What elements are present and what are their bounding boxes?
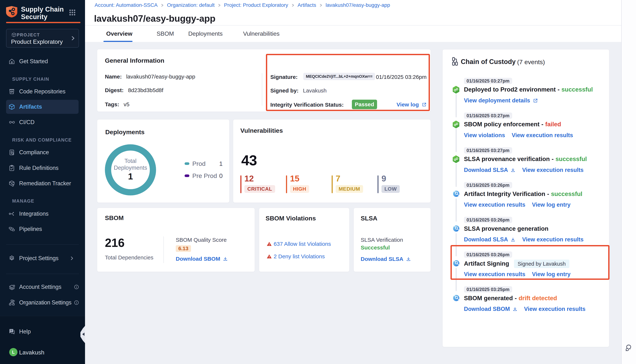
sidebar-item-project-settings[interactable]: Project Settings: [0, 252, 85, 265]
tags-label: Tags:: [105, 101, 119, 107]
artifact-digest-row: Digest:8d23bd3b5d8f: [105, 87, 163, 94]
sidebar-item-remediation-tracker[interactable]: Remediation Tracker: [0, 177, 85, 190]
ssca-event-icon: [453, 260, 460, 266]
sidebar-item-help[interactable]: ? Help: [0, 325, 85, 338]
signed-by-row: Signed by:Lavakush: [270, 88, 327, 94]
sidebar-item-label: Rule Definitions: [19, 165, 59, 171]
sidebar-item-label: Artifacts: [19, 104, 42, 110]
tab-vulnerabilities[interactable]: Vulnerabilities: [243, 30, 279, 37]
allow-list-violations-link[interactable]: 637 Allow list Violations: [274, 241, 331, 247]
tab-sbom[interactable]: SBOM: [157, 30, 174, 37]
sbom-quality-label: SBOM Quality Score: [176, 237, 227, 243]
sidebar-item-label: Compliance: [19, 149, 49, 156]
view-execution-results-link[interactable]: View execution results: [522, 167, 583, 173]
breadcrumb-organization[interactable]: Organization: default: [167, 2, 215, 8]
sbom-quality-score-badge: 6.13: [176, 245, 191, 252]
info-icon[interactable]: [74, 300, 79, 305]
sidebar-item-compliance[interactable]: Compliance: [0, 146, 85, 159]
timeline-connector: [456, 129, 456, 152]
event-title: SLSA provenance generation: [464, 225, 548, 232]
event-timestamp: 01/16/2025 03:27pm: [464, 78, 512, 84]
general-info-divider: [262, 73, 262, 106]
view-log-link[interactable]: View log: [397, 102, 419, 108]
external-link-icon: [422, 102, 427, 107]
download-icon: [510, 237, 515, 242]
sidebar-item-pipelines[interactable]: Pipelines: [0, 222, 85, 236]
project-selector[interactable]: PROJECT Product Exploratory: [6, 29, 79, 48]
view-deployment-details-link[interactable]: View deployment details: [464, 97, 530, 104]
critical-badge: CRITICAL: [244, 185, 275, 193]
legend-preprod-swatch: [185, 174, 189, 177]
medium-count: 7: [336, 174, 341, 183]
sbom-total-label: Total Dependencies: [105, 254, 153, 261]
sidebar-item-account-settings[interactable]: Account Settings: [0, 280, 85, 294]
view-log-entry-link[interactable]: View log entry: [532, 202, 571, 208]
event-status: successful: [555, 156, 587, 162]
user-avatar[interactable]: L: [9, 348, 18, 356]
sidebar-item-get-started[interactable]: Get Started: [0, 55, 85, 68]
sidebar-item-artifacts[interactable]: Artifacts: [0, 100, 85, 114]
download-sbom-link[interactable]: Download SBOM: [176, 256, 220, 262]
critical-count: 12: [244, 174, 254, 183]
sidebar-item-label: Help: [19, 328, 31, 335]
info-icon[interactable]: [74, 284, 79, 290]
tab-overview[interactable]: Overview: [106, 30, 132, 37]
sidebar-item-code-repositories[interactable]: Code Repositories: [0, 85, 85, 98]
event-title: Artifact Integrity Verification-successf…: [464, 190, 582, 198]
integrations-icon: [9, 210, 15, 217]
artifacts-cube-icon: [9, 104, 15, 110]
warning-triangle-icon: [267, 254, 272, 259]
tab-deployments[interactable]: Deployments: [188, 30, 223, 37]
view-violations-link[interactable]: View violations: [464, 132, 505, 138]
event-title: SLSA provenance verification-successful: [464, 155, 587, 163]
view-log-entry-link[interactable]: View log entry: [532, 271, 571, 278]
download-slsa-link[interactable]: Download SLSA: [464, 167, 508, 173]
chat-support-icon[interactable]: [625, 344, 633, 352]
download-icon: [512, 307, 517, 312]
view-execution-results-link[interactable]: View execution results: [512, 132, 573, 138]
sbom-total: 216: [105, 237, 125, 249]
download-slsa-link[interactable]: Download SLSA: [464, 236, 508, 243]
sidebar-item-cicd[interactable]: CI/CD: [0, 116, 85, 129]
sidebar-item-organization-settings[interactable]: Organization Settings: [0, 296, 85, 309]
event-status: successful: [551, 190, 582, 197]
download-slsa-link[interactable]: Download SLSA: [361, 256, 403, 262]
download-slsa-row: Download SLSA: [361, 256, 411, 262]
event-links: View execution results View log entry: [464, 202, 570, 208]
breadcrumb-project[interactable]: Project: Product Exploratory: [224, 2, 288, 8]
event-title: SBOM generated-drift detected: [464, 294, 557, 302]
user-name[interactable]: Lavakush: [19, 349, 44, 356]
brand-title: Supply Chain Security: [21, 6, 71, 20]
view-execution-results-link[interactable]: View execution results: [464, 202, 525, 208]
download-icon: [406, 257, 411, 262]
module-grid-icon[interactable]: [69, 10, 76, 16]
breadcrumb-current[interactable]: lavakush07/easy-buggy-app: [326, 2, 390, 8]
breadcrumb-account[interactable]: Account: Automation-SSCA: [95, 2, 158, 8]
pipeline-event-icon: [452, 155, 460, 163]
artifact-tags-row: Tags:v5: [105, 101, 129, 108]
pipeline-event-icon: [452, 120, 460, 128]
deny-list-violations-link[interactable]: 2 Deny list Violations: [274, 253, 325, 260]
sidebar: Supply Chain Security PROJECT Product Ex…: [0, 0, 85, 364]
low-badge: LOW: [382, 185, 400, 193]
view-execution-results-link[interactable]: View execution results: [464, 271, 525, 278]
vulnerabilities-title: Vulnerabilities: [240, 127, 283, 134]
view-execution-results-link[interactable]: View execution results: [524, 306, 585, 312]
breadcrumb-separator: >: [292, 2, 294, 8]
sidebar-item-label: Account Settings: [19, 284, 61, 290]
sidebar-item-integrations[interactable]: Integrations: [0, 207, 85, 220]
breadcrumb-artifacts[interactable]: Artifacts: [297, 2, 316, 8]
event-links: View execution results View log entry: [464, 271, 570, 278]
ssca-event-icon: [453, 190, 460, 197]
chain-of-custody-icon: [452, 57, 458, 66]
event-timestamp: 01/16/2025 03:27pm: [464, 147, 512, 154]
compliance-document-icon: [9, 149, 15, 156]
signature-label: Signature:: [270, 74, 302, 80]
external-link-icon: [533, 98, 538, 103]
sidebar-item-label: Organization Settings: [19, 299, 71, 306]
timeline-connector: [456, 268, 456, 291]
sidebar-item-rule-definitions[interactable]: Rule Definitions: [0, 162, 85, 175]
event-links: View deployment details: [464, 97, 538, 104]
view-execution-results-link[interactable]: View execution results: [522, 236, 583, 243]
download-sbom-link[interactable]: Download SBOM: [464, 306, 510, 312]
